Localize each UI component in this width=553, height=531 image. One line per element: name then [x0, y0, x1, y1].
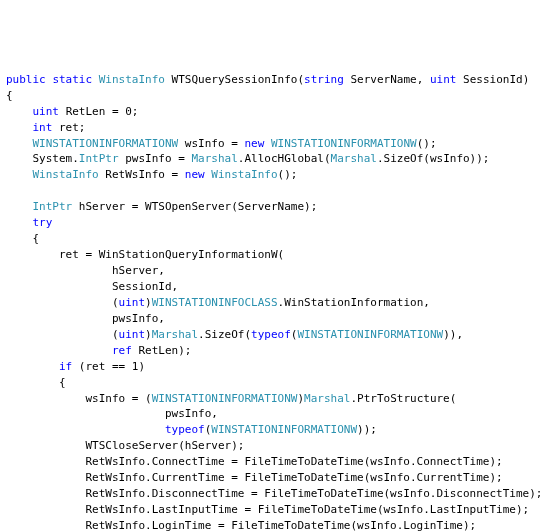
code-text: SessionId, [112, 280, 178, 293]
code-text: )), [443, 328, 463, 341]
type-marshal: Marshal [331, 152, 377, 165]
code-text: System. [33, 152, 79, 165]
keyword-static: static [52, 73, 92, 86]
code-text: RetWsInfo.ConnectTime = FileTimeToDateTi… [85, 455, 502, 468]
code-text: ) [145, 296, 152, 309]
code-text: (); [417, 137, 437, 150]
code-text: wsInfo = ( [85, 392, 151, 405]
type-intptr: IntPtr [33, 200, 73, 213]
code-text: .SizeOf( [198, 328, 251, 341]
type: WINSTATIONINFORMATIONW [33, 137, 179, 150]
code-text: pwsInfo, [112, 312, 165, 325]
code-text: RetWsInfo.CurrentTime = FileTimeToDateTi… [85, 471, 502, 484]
type: WinstaInfo [211, 168, 277, 181]
param: SessionId [463, 73, 523, 86]
type: WINSTATIONINFORMATIONW [271, 137, 417, 150]
keyword-try: try [33, 216, 53, 229]
code-text: ) [145, 328, 152, 341]
code-text: RetLen); [132, 344, 192, 357]
code-text: WTSCloseServer(hServer); [85, 439, 244, 452]
type: WINSTATIONINFOCLASS [152, 296, 278, 309]
code-text: RetLen = 0; [66, 105, 139, 118]
code-text: RetWsInfo.LastInputTime = FileTimeToDate… [85, 503, 529, 516]
code-text: pwsInfo, [165, 407, 218, 420]
type-winstainfo: WinstaInfo [33, 168, 99, 181]
param: ServerName [350, 73, 416, 86]
type-winstainfo: WinstaInfo [99, 73, 165, 86]
code-block: public static WinstaInfo WTSQuerySession… [6, 72, 547, 531]
code-text: ret; [59, 121, 86, 134]
keyword-new: new [244, 137, 264, 150]
type: WINSTATIONINFORMATIONW [297, 328, 443, 341]
code-text: ret = WinStationQueryInformationW( [59, 248, 284, 261]
keyword-uint: uint [119, 296, 146, 309]
keyword-string: string [304, 73, 344, 86]
type-marshal: Marshal [191, 152, 237, 165]
code-text: (ret == 1) [72, 360, 145, 373]
keyword-if: if [59, 360, 72, 373]
type-marshal: Marshal [304, 392, 350, 405]
keyword-typeof: typeof [165, 423, 205, 436]
code-text: .AllocHGlobal( [238, 152, 331, 165]
type: WINSTATIONINFORMATIONW [152, 392, 298, 405]
code-text: pwsInfo = [119, 152, 192, 165]
code-text: ( [112, 328, 119, 341]
keyword-new: new [185, 168, 205, 181]
type-intptr: IntPtr [79, 152, 119, 165]
keyword-typeof: typeof [251, 328, 291, 341]
code-text: RetWsInfo = [99, 168, 185, 181]
code-text: .SizeOf(wsInfo)); [377, 152, 490, 165]
keyword-uint: uint [430, 73, 457, 86]
code-text: RetWsInfo.DisconnectTime = FileTimeToDat… [85, 487, 542, 500]
code-text: ( [112, 296, 119, 309]
code-text: .PtrToStructure( [350, 392, 456, 405]
type-marshal: Marshal [152, 328, 198, 341]
type: WINSTATIONINFORMATIONW [211, 423, 357, 436]
code-text: (); [278, 168, 298, 181]
code-text: hServer, [112, 264, 165, 277]
keyword-uint: uint [119, 328, 146, 341]
keyword-public: public [6, 73, 46, 86]
code-text: RetWsInfo.LoginTime = FileTimeToDateTime… [85, 519, 476, 531]
code-text: )); [357, 423, 377, 436]
keyword-ref: ref [112, 344, 132, 357]
code-text: wsInfo = [185, 137, 245, 150]
code-text: .WinStationInformation, [278, 296, 430, 309]
keyword-int: int [33, 121, 53, 134]
keyword-uint: uint [33, 105, 60, 118]
code-text: hServer = WTSOpenServer(ServerName); [72, 200, 317, 213]
method-name: WTSQuerySessionInfo [172, 73, 298, 86]
